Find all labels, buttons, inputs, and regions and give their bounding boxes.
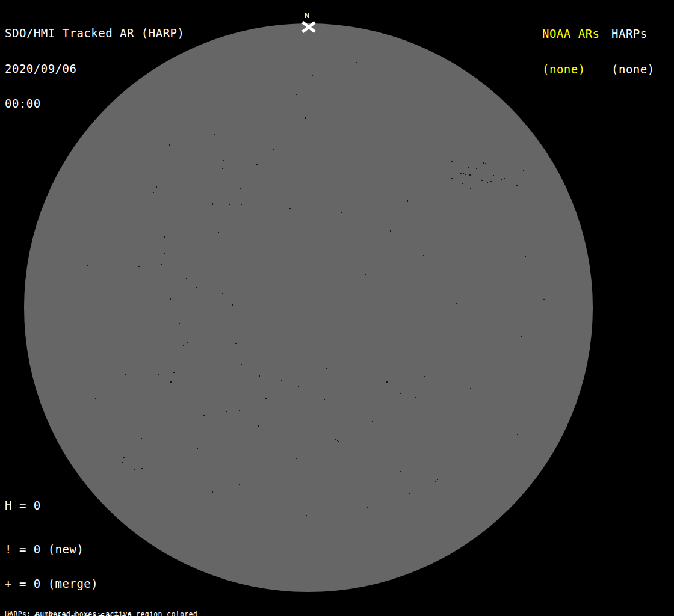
observation-title: SDO/HMI Tracked AR (HARP)	[5, 28, 184, 40]
legend-harp-count: H = 0	[5, 500, 41, 511]
harps-value: (none)	[611, 64, 655, 76]
footer-notes: HARPs: numbered boxes; active region col…	[5, 596, 259, 616]
harp-tracking-frame: SDO/HMI Tracked AR (HARP) 2020/09/06 00:…	[0, 0, 674, 616]
observation-date: 2020/09/06	[5, 63, 184, 75]
observation-time: 00:00	[5, 98, 184, 110]
noaa-ars-label: NOAA ARs	[542, 28, 600, 40]
header: SDO/HMI Tracked AR (HARP) 2020/09/06 00:…	[5, 4, 184, 134]
harps-status: HARPs (none)	[611, 5, 655, 99]
legend-item-merge: + = 0 (merge)	[5, 578, 141, 590]
north-label: N	[305, 11, 309, 19]
harps-label: HARPs	[611, 28, 655, 40]
legend-item-new: ! = 0 (new)	[5, 544, 141, 555]
footer-note-harps: HARPs: numbered boxes; active region col…	[5, 611, 259, 616]
noaa-ars-value: (none)	[542, 64, 600, 76]
north-pole-cross-icon	[303, 21, 315, 32]
noaa-ars-status: NOAA ARs (none)	[542, 5, 600, 99]
